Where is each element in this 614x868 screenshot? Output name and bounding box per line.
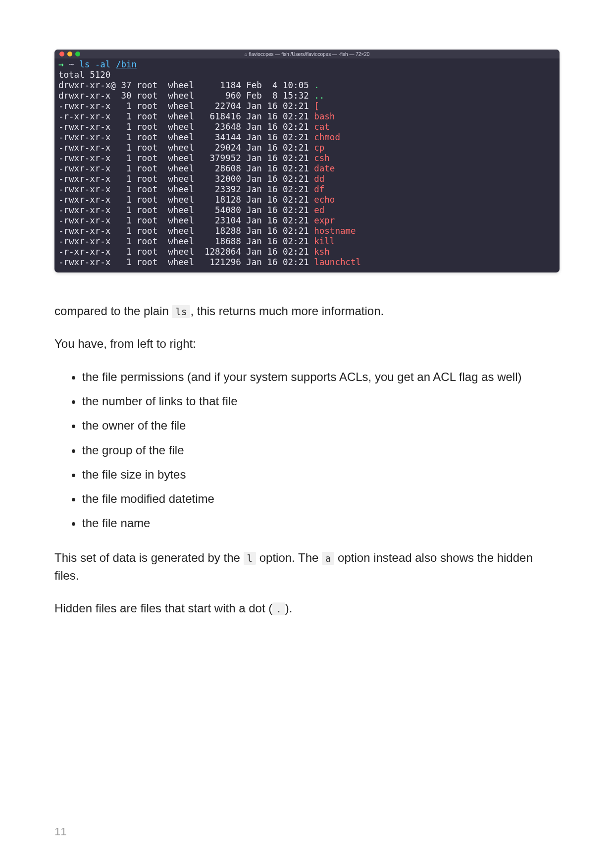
maximize-icon[interactable]	[75, 52, 80, 56]
text: ).	[285, 601, 293, 615]
page-number: 11	[54, 825, 66, 838]
terminal-window: flaviocopes — fish /Users/flaviocopes — …	[54, 50, 560, 272]
minimize-icon[interactable]	[67, 52, 72, 56]
close-icon[interactable]	[59, 52, 64, 56]
inline-code: a	[322, 552, 334, 565]
text: compared to the plain	[54, 304, 172, 318]
paragraph: compared to the plain ls, this returns m…	[54, 302, 560, 320]
inline-code: .	[272, 602, 285, 615]
list-item: the owner of the file	[82, 416, 560, 434]
paragraph: Hidden files are files that start with a…	[54, 599, 560, 617]
terminal-title: flaviocopes — fish /Users/flaviocopes — …	[245, 52, 370, 57]
list-item: the file size in bytes	[82, 465, 560, 484]
inline-code: l	[244, 552, 256, 565]
list-item: the file name	[82, 514, 560, 532]
list-item: the group of the file	[82, 441, 560, 459]
terminal-body[interactable]: → ~ ls -al /bintotal 5120drwxr-xr-x@ 37 …	[54, 58, 560, 272]
terminal-titlebar: flaviocopes — fish /Users/flaviocopes — …	[54, 50, 560, 58]
window-controls	[59, 52, 80, 56]
text: Hidden files are files that start with a…	[54, 601, 272, 615]
page: flaviocopes — fish /Users/flaviocopes — …	[0, 0, 614, 868]
text: , this returns much more information.	[190, 304, 384, 318]
list-item: the file modified datetime	[82, 489, 560, 508]
text: option. The	[256, 551, 322, 564]
document-body: compared to the plain ls, this returns m…	[54, 302, 560, 617]
text: This set of data is generated by the	[54, 551, 244, 564]
paragraph: You have, from left to right:	[54, 335, 560, 353]
list-item: the number of links to that file	[82, 392, 560, 410]
paragraph: This set of data is generated by the l o…	[54, 549, 560, 585]
inline-code: ls	[172, 305, 190, 318]
list-item: the file permissions (and if your system…	[82, 368, 560, 386]
bullet-list: the file permissions (and if your system…	[54, 368, 560, 532]
